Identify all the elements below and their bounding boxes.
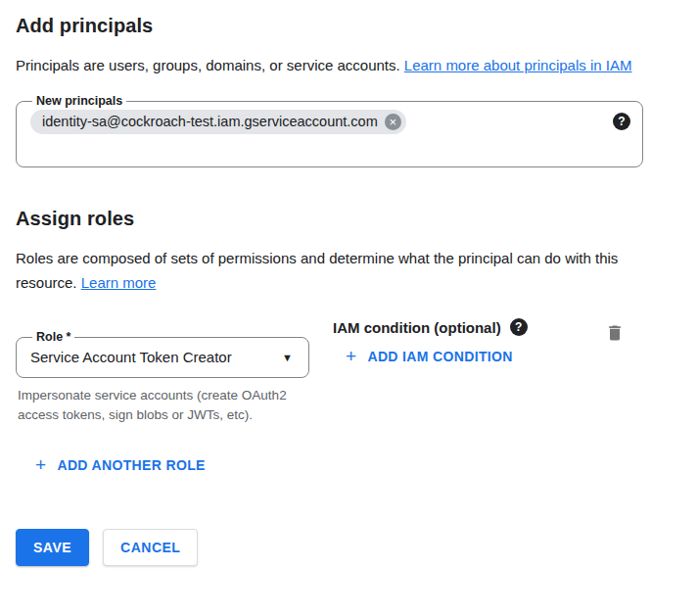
role-select-field[interactable]: Role * Service Account Token Creator ▼: [16, 330, 309, 378]
learn-more-roles-link[interactable]: Learn more: [81, 274, 157, 291]
cancel-button[interactable]: CANCEL: [103, 529, 198, 566]
principals-help-icon[interactable]: ?: [613, 113, 630, 130]
assign-roles-title: Assign roles: [16, 206, 682, 231]
new-principals-input-area[interactable]: identity-sa@cockroach-test.iam.gservicea…: [28, 109, 630, 166]
assign-roles-paragraph: Roles are composed of sets of permission…: [16, 246, 662, 295]
principal-chip-text: identity-sa@cockroach-test.iam.gservicea…: [42, 113, 378, 131]
add-iam-condition-label: ADD IAM CONDITION: [367, 349, 512, 364]
add-principals-panel: Add principals Principals are users, gro…: [0, 0, 698, 566]
role-select[interactable]: Service Account Token Creator ▼: [28, 345, 297, 377]
save-button[interactable]: SAVE: [16, 529, 89, 566]
page-title: Add principals: [16, 13, 682, 38]
role-helper-text: Impersonate service accounts (create OAu…: [18, 386, 316, 425]
add-iam-condition-button[interactable]: + ADD IAM CONDITION: [346, 349, 513, 364]
plus-icon: +: [35, 457, 46, 473]
role-row: Role * Service Account Token Creator ▼ I…: [16, 313, 682, 378]
add-another-role-button[interactable]: + ADD ANOTHER ROLE: [35, 457, 206, 473]
iam-condition-column: IAM condition (optional) ? + ADD IAM CON…: [333, 313, 528, 366]
principal-chip: identity-sa@cockroach-test.iam.gservicea…: [30, 110, 406, 134]
plus-icon: +: [346, 349, 356, 364]
new-principals-label: New principals: [32, 94, 126, 109]
chevron-down-icon: ▼: [282, 352, 293, 363]
learn-more-principals-link[interactable]: Learn more about principals in IAM: [404, 57, 632, 73]
intro-text: Principals are users, groups, domains, o…: [16, 57, 404, 73]
add-role-row: + ADD ANOTHER ROLE: [35, 457, 682, 475]
role-selected-value: Service Account Token Creator: [30, 348, 232, 367]
iam-condition-label: IAM condition (optional): [333, 319, 501, 336]
add-another-role-label: ADD ANOTHER ROLE: [57, 457, 205, 473]
iam-condition-label-row: IAM condition (optional) ?: [333, 318, 528, 336]
new-principals-field[interactable]: New principals identity-sa@cockroach-tes…: [16, 94, 643, 167]
delete-role-button[interactable]: [603, 321, 627, 348]
chip-remove-icon[interactable]: ×: [385, 114, 401, 130]
iam-condition-help-icon[interactable]: ?: [510, 318, 528, 336]
intro-paragraph: Principals are users, groups, domains, o…: [16, 53, 662, 77]
action-buttons: SAVE CANCEL: [16, 529, 682, 566]
trash-icon: [605, 323, 625, 343]
role-label: Role *: [32, 330, 74, 345]
